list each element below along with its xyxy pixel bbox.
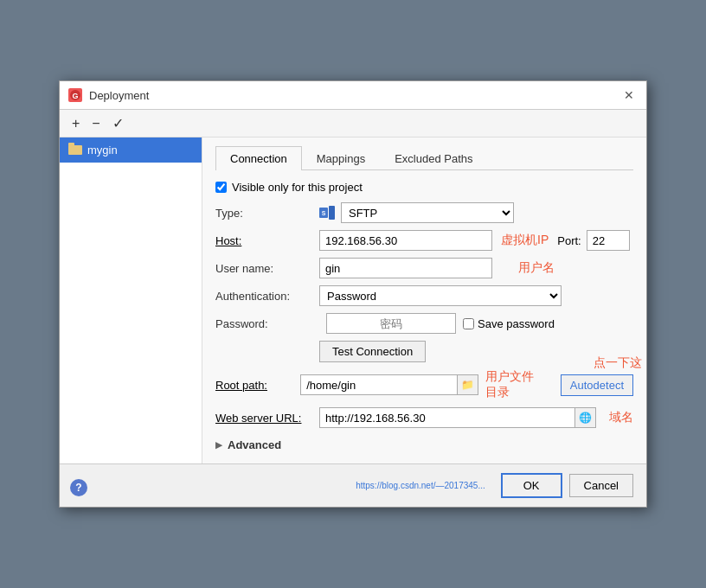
cancel-button[interactable]: Cancel <box>569 474 633 497</box>
username-label: User name: <box>215 262 319 275</box>
root-path-input[interactable] <box>300 374 458 395</box>
advanced-arrow-icon: ▶ <box>215 440 222 450</box>
username-row: User name: 用户名 <box>215 258 633 278</box>
sidebar-item-label: mygin <box>87 144 118 157</box>
sidebar: mygin <box>60 137 202 463</box>
username-annotation: 用户名 <box>518 260 555 276</box>
confirm-button[interactable]: ✓ <box>109 113 127 133</box>
deployment-dialog: G Deployment ✕ + − ✓ mygin <box>59 80 647 508</box>
root-path-label: Root path: <box>215 379 300 392</box>
web-url-input[interactable] <box>319 407 575 428</box>
tab-excluded-paths[interactable]: Excluded Paths <box>380 146 487 170</box>
footer-url: https://blog.csdn.net/—2017345... <box>356 481 485 490</box>
root-path-annotation: 用户文件目录 <box>485 369 545 400</box>
web-url-label: Web server URL: <box>215 412 319 425</box>
type-label: Type: <box>215 207 319 220</box>
open-url-button[interactable]: 🌐 <box>575 407 596 428</box>
password-row: Password: Save password <box>215 313 633 334</box>
help-button[interactable]: ? <box>70 479 87 496</box>
toolbar: + − ✓ <box>60 110 646 137</box>
auth-select[interactable]: Password Key pair OpenSSH config and aut… <box>319 285 562 306</box>
content-area: Connection Mappings Excluded Paths Visib… <box>202 137 646 463</box>
port-label: Port: <box>557 234 581 247</box>
sidebar-item-icon <box>68 143 82 157</box>
auth-row: Authentication: Password Key pair OpenSS… <box>215 285 633 306</box>
svg-text:G: G <box>72 92 78 100</box>
root-path-row: Root path: 📁 用户文件目录 Autodetect 点一下这 <box>215 369 633 400</box>
tab-bar: Connection Mappings Excluded Paths <box>215 146 633 170</box>
type-row: Type: S SFTP FTP Local or mounted folder <box>215 202 633 223</box>
type-select[interactable]: SFTP FTP Local or mounted folder <box>341 202 514 223</box>
svg-rect-2 <box>68 145 82 155</box>
sidebar-item-mygin[interactable]: mygin <box>60 137 202 163</box>
username-input[interactable] <box>319 258 492 278</box>
add-button[interactable]: + <box>68 114 83 133</box>
password-input[interactable] <box>326 313 456 334</box>
test-connection-button[interactable]: Test Connection <box>319 341 426 362</box>
ok-button[interactable]: OK <box>501 473 562 498</box>
footer: https://blog.csdn.net/—2017345... OK Can… <box>60 463 646 507</box>
app-icon: G <box>68 88 82 102</box>
host-row: Host: 虚拟机IP Port: <box>215 230 633 251</box>
host-label: Host: <box>215 234 319 247</box>
test-connection-wrapper: Test Connection <box>215 341 633 369</box>
tab-connection[interactable]: Connection <box>215 146 302 170</box>
main-content: mygin Connection Mappings Excluded Paths… <box>60 137 646 463</box>
tab-mappings[interactable]: Mappings <box>302 146 380 170</box>
close-button[interactable]: ✕ <box>620 86 638 104</box>
remove-button[interactable]: − <box>88 114 103 133</box>
auth-label: Authentication: <box>215 290 319 303</box>
footer-wrapper: ? https://blog.csdn.net/—2017345... OK C… <box>60 463 646 507</box>
save-password-checkbox[interactable] <box>463 318 474 329</box>
help-area: ? <box>60 489 77 507</box>
autodetect-annotation: 点一下这 <box>594 355 642 371</box>
title-actions: ✕ <box>620 86 638 104</box>
autodetect-button[interactable]: Autodetect <box>561 374 633 396</box>
svg-text:S: S <box>322 210 326 216</box>
password-label: Password: <box>215 317 319 330</box>
host-input[interactable] <box>319 230 492 251</box>
dialog-title: Deployment <box>89 89 149 102</box>
save-password-row: Save password <box>463 317 555 330</box>
visible-only-row: Visible only for this project <box>215 181 633 194</box>
host-annotation: 虚拟机IP <box>501 233 549 248</box>
web-url-annotation: 域名 <box>609 410 633 425</box>
title-bar: G Deployment ✕ <box>60 81 646 110</box>
save-password-label: Save password <box>478 317 555 330</box>
svg-rect-3 <box>68 143 74 146</box>
folder-browse-button[interactable]: 📁 <box>458 374 478 395</box>
web-url-row: Web server URL: 🌐 域名 <box>215 407 633 428</box>
visible-only-checkbox[interactable] <box>215 182 227 193</box>
port-input[interactable] <box>587 230 630 251</box>
advanced-row[interactable]: ▶ Advanced <box>215 435 633 455</box>
visible-only-label: Visible only for this project <box>232 181 363 194</box>
svg-rect-5 <box>329 206 335 220</box>
advanced-label: Advanced <box>228 438 281 451</box>
